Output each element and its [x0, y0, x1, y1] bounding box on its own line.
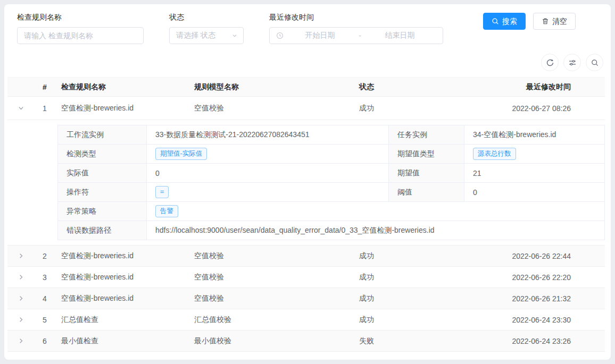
row-rule-name: 空值检测-breweries.id — [55, 104, 194, 113]
row-state: 成功 — [359, 294, 477, 303]
expand-row-button[interactable] — [16, 273, 26, 282]
row-state: 成功 — [359, 273, 477, 282]
chevron-right-icon — [18, 316, 24, 323]
row-rule-name: 汇总值检查 — [55, 315, 194, 325]
row-rule-name: 最小值检查 — [55, 336, 194, 346]
expand-row-button[interactable] — [16, 336, 26, 345]
header-state: 状态 — [359, 82, 477, 92]
row-rule-name: 空值检测-breweries.id — [55, 251, 194, 261]
detail-label: 阈值 — [389, 183, 464, 202]
row-index: 4 — [34, 294, 55, 303]
search-button[interactable]: 搜索 — [483, 13, 526, 30]
header-index: # — [34, 83, 55, 91]
detail-label: 检测类型 — [58, 145, 147, 164]
table-row: 5 汇总值检查 汇总值校验 成功 2022-06-24 23:30 — [7, 309, 605, 331]
detail-label: 期望值类型 — [389, 145, 464, 164]
row-index: 6 — [34, 337, 55, 345]
row-update-time: 2022-06-24 23:26 — [477, 337, 605, 345]
filter-bar: 检查规则名称 状态 请选择 状态 最近修改时间 开始日期 - 结束日期 — [4, 4, 611, 44]
state-label: 状态 — [169, 13, 244, 22]
table-row: 6 最小值检查 最小值校验 失败 2022-06-24 23:26 — [7, 331, 605, 352]
magnifier-icon — [492, 18, 499, 25]
expand-row-button[interactable] — [16, 251, 26, 260]
row-update-time: 2022-06-24 23:30 — [477, 316, 605, 324]
row-rule-name: 空值检测-breweries.id — [55, 294, 194, 303]
chevron-right-icon — [18, 274, 24, 281]
table-toolbar — [4, 44, 611, 77]
detail-label: 实际值 — [58, 164, 147, 183]
clear-button-label: 清空 — [552, 18, 567, 25]
check-type-tag: 期望值-实际值 — [155, 148, 207, 160]
task-instance-value: 34-空值检测-breweries.id — [464, 125, 605, 145]
trash-icon — [542, 18, 549, 25]
failure-strategy-tag: 告警 — [155, 205, 178, 218]
detail-label: 错误数据路径 — [58, 221, 147, 240]
detail-label: 期望值 — [389, 164, 464, 183]
expand-row-button[interactable] — [16, 315, 26, 324]
row-update-time: 2022-06-26 22:20 — [477, 273, 605, 282]
actual-value: 0 — [147, 164, 389, 183]
detail-label: 任务实例 — [389, 125, 464, 145]
row-index: 2 — [34, 252, 55, 260]
update-time-label: 最近修改时间 — [269, 13, 443, 22]
error-data-path-value: hdfs://localhost:9000/user/sean/data_qua… — [147, 221, 605, 240]
header-update-time: 最近修改时间 — [477, 82, 605, 92]
table-row: 2 空值检测-breweries.id 空值校验 成功 2022-06-26 2… — [7, 246, 605, 267]
zoom-search-button[interactable] — [586, 54, 603, 71]
header-rule-model: 规则模型名称 — [194, 82, 359, 92]
sliders-icon — [568, 58, 577, 67]
rule-name-input[interactable] — [17, 27, 144, 44]
results-table: # 检查规则名称 规则模型名称 状态 最近修改时间 1 空值检测-breweri… — [7, 77, 605, 352]
refresh-button[interactable] — [541, 54, 559, 71]
date-range-separator: - — [356, 31, 363, 40]
search-button-label: 搜索 — [502, 18, 517, 25]
chevron-down-icon — [231, 32, 238, 39]
expected-type-tag: 源表总行数 — [473, 148, 516, 160]
row-index: 5 — [34, 316, 55, 324]
row-rule-model: 空值校验 — [194, 273, 359, 282]
end-date-placeholder[interactable]: 结束日期 — [363, 31, 436, 40]
workflow-instance-value: 33-数据质量检测测试-21-20220627082643451 — [147, 125, 389, 145]
row-rule-name: 空值检测-breweries.id — [55, 273, 194, 282]
content-card: 检查规则名称 状态 请选择 状态 最近修改时间 开始日期 - 结束日期 — [4, 4, 611, 360]
clock-icon — [276, 32, 284, 39]
detail-label: 异常策略 — [58, 202, 147, 221]
clear-button[interactable]: 清空 — [533, 13, 576, 30]
row-state: 成功 — [359, 315, 477, 325]
threshold-value: 0 — [464, 183, 605, 202]
row-state: 成功 — [359, 104, 477, 113]
filter-settings-button[interactable] — [563, 54, 581, 71]
expand-row-button[interactable] — [16, 294, 26, 303]
row-rule-model: 空值校验 — [194, 104, 359, 113]
table-header-row: # 检查规则名称 规则模型名称 状态 最近修改时间 — [7, 77, 605, 97]
row-rule-model: 最小值校验 — [194, 336, 359, 346]
row-index: 1 — [34, 104, 55, 113]
detail-label: 工作流实例 — [58, 125, 147, 145]
expected-value: 21 — [464, 164, 605, 183]
chevron-right-icon — [18, 295, 24, 302]
header-rule-name: 检查规则名称 — [55, 82, 194, 92]
row-update-time: 2022-06-27 08:26 — [477, 104, 605, 113]
chevron-right-icon — [18, 337, 24, 344]
row-update-time: 2022-06-26 21:32 — [477, 294, 605, 303]
state-select[interactable]: 请选择 状态 — [169, 27, 244, 44]
start-date-placeholder[interactable]: 开始日期 — [284, 31, 356, 40]
table-row: 3 空值检测-breweries.id 空值校验 成功 2022-06-26 2… — [7, 267, 605, 288]
row-update-time: 2022-06-26 22:44 — [477, 252, 605, 260]
refresh-icon — [546, 58, 554, 67]
state-select-placeholder: 请选择 状态 — [176, 31, 215, 40]
rule-name-label: 检查规则名称 — [17, 13, 144, 22]
row-index: 3 — [34, 273, 55, 282]
filter-update-time: 最近修改时间 开始日期 - 结束日期 — [269, 13, 443, 44]
row-state: 成功 — [359, 251, 477, 261]
rule-detail-panel: 工作流实例 33-数据质量检测测试-21-20220627082643451 任… — [57, 125, 605, 240]
magnifier-icon — [591, 58, 599, 67]
operator-tag: = — [155, 186, 169, 199]
row-rule-model: 空值校验 — [194, 294, 359, 303]
update-time-range-picker[interactable]: 开始日期 - 结束日期 — [269, 27, 443, 44]
row-rule-model: 汇总值校验 — [194, 315, 359, 325]
detail-label: 操作符 — [58, 183, 147, 202]
table-row: 1 空值检测-breweries.id 空值校验 成功 2022-06-27 0… — [7, 97, 605, 120]
filter-state: 状态 请选择 状态 — [169, 13, 244, 44]
collapse-row-button[interactable] — [16, 104, 26, 113]
